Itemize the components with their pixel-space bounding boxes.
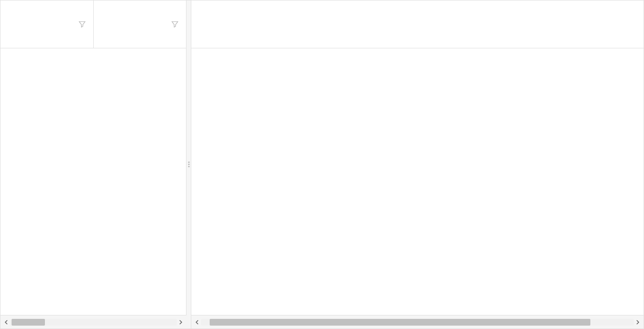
column-header-id[interactable] bbox=[0, 0, 94, 48]
tree-grid-body bbox=[0, 48, 186, 315]
scroll-left-icon[interactable] bbox=[2, 318, 10, 326]
timeline bbox=[191, 0, 644, 315]
filter-icon[interactable] bbox=[78, 20, 86, 29]
scroll-right-icon[interactable] bbox=[634, 318, 642, 326]
tree-grid-hscroll[interactable] bbox=[0, 315, 186, 329]
timeline-hscroll[interactable] bbox=[191, 315, 644, 329]
timeline-header bbox=[191, 0, 644, 48]
scroll-thumb[interactable] bbox=[12, 319, 45, 326]
splitter-handle[interactable] bbox=[186, 0, 191, 329]
scroll-right-icon[interactable] bbox=[177, 318, 185, 326]
scroll-left-icon[interactable] bbox=[193, 318, 201, 326]
tree-grid bbox=[0, 0, 186, 315]
scroll-thumb[interactable] bbox=[210, 319, 590, 326]
column-header-resources[interactable] bbox=[94, 0, 186, 48]
tree-grid-header bbox=[0, 0, 186, 48]
gantt-chart bbox=[0, 0, 644, 329]
filter-icon[interactable] bbox=[171, 20, 179, 29]
